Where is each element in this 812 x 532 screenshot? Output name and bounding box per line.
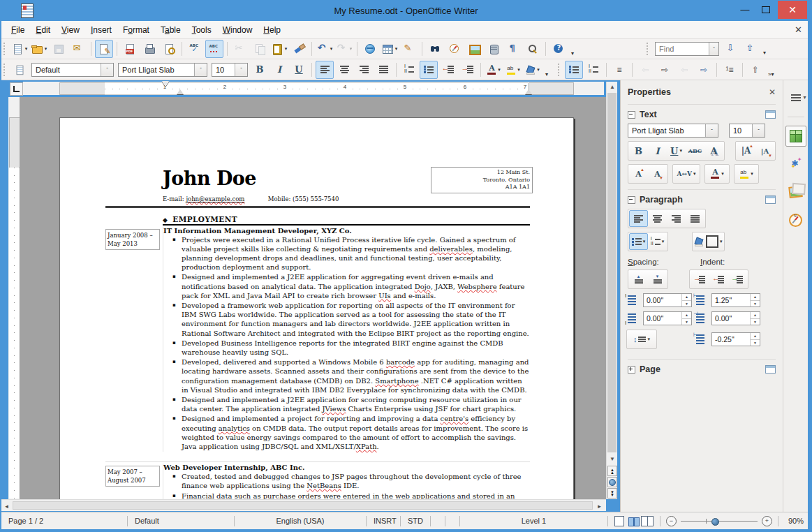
job-bullet[interactable]: Projects were executed in a Rational Uni… [163, 235, 530, 272]
sidebar-strikethrough-button[interactable]: ABC [686, 142, 704, 159]
style-dropdown-icon[interactable]: ˇ [101, 64, 113, 76]
job-title[interactable]: IT Information Management Developer, XYZ… [163, 227, 530, 235]
decrease-font-button[interactable]: |A▼ [755, 142, 774, 159]
properties-close-icon[interactable]: ✕ [769, 87, 776, 97]
sidebar-font-color-button[interactable]: ▾ [706, 165, 728, 182]
justify-button[interactable] [374, 61, 392, 79]
italic-button[interactable]: I [270, 61, 288, 79]
ruler-origin-button[interactable] [10, 82, 23, 96]
zoom-slider[interactable] [681, 517, 758, 526]
insert-unnumbered-entry-button[interactable]: ¹≡ [721, 61, 739, 79]
multi-page-view-button[interactable] [628, 517, 637, 526]
numbered-list-button[interactable] [400, 61, 418, 79]
data-sources-button[interactable] [485, 40, 503, 58]
zoom-out-button[interactable]: − [666, 516, 677, 526]
cut-button[interactable] [231, 40, 249, 58]
decrease-indent-button[interactable] [439, 61, 457, 79]
export-pdf-button[interactable] [121, 40, 139, 58]
hyperlink-button[interactable] [361, 40, 379, 58]
move-up-button[interactable]: ⇧ [746, 61, 765, 79]
auto-spellcheck-button[interactable] [205, 40, 223, 58]
find-dropdown-icon[interactable]: ˇ [709, 43, 718, 55]
page-dialog-launcher-icon[interactable] [765, 365, 776, 374]
formatting-toolbar-grip[interactable] [3, 64, 7, 76]
scroll-right-icon[interactable]: ▸ [594, 501, 605, 511]
vertical-scrollbar[interactable]: ▲ ▼ ▲▲ ▼▼ [606, 82, 617, 499]
insert-mode-status[interactable]: INSRT [367, 512, 400, 529]
job-dates[interactable]: May 2007 – August 2007 [105, 464, 163, 499]
sidebar-font-size-combobox[interactable]: 10 ˇ [729, 124, 765, 138]
zoom-button[interactable] [524, 40, 542, 58]
bullets-toolbar-grip[interactable] [558, 64, 561, 76]
job-bullet[interactable]: Developed a framework web application fo… [163, 301, 530, 338]
page-style-status[interactable]: Default [128, 512, 234, 529]
character-spacing-button[interactable]: A↔V▾ [674, 165, 699, 182]
resume-address[interactable]: 12 Main St. Toronto, Ontario A1A 1A1 [431, 167, 533, 193]
demote-level-button[interactable]: ⇨ [656, 61, 674, 79]
new-document-dropdown-icon[interactable]: ▾ [25, 46, 28, 52]
formatting-marks-button[interactable] [504, 40, 522, 58]
collapse-icon[interactable] [628, 111, 635, 119]
sidebar-justify-button[interactable] [686, 210, 704, 227]
increase-indent-button[interactable] [459, 61, 477, 79]
sidebar-align-left-button[interactable] [629, 210, 648, 227]
close-document-icon[interactable]: ✕ [795, 24, 802, 35]
toolbar-grip[interactable] [3, 43, 7, 55]
navigator-button[interactable] [445, 40, 464, 58]
subscript-button[interactable]: A▼ [648, 165, 667, 182]
page-number-status[interactable]: Page 1 / 2 [1, 512, 127, 529]
bullet-list-button[interactable] [565, 61, 583, 79]
navigation-button[interactable] [607, 477, 617, 487]
sidebar-font-dropdown-icon[interactable]: ˇ [705, 124, 718, 137]
resume-contact[interactable]: E-mail: john@example.com Mobile: (555) 5… [163, 195, 530, 205]
switch-indent-button[interactable] [728, 271, 747, 288]
right-indent-marker[interactable] [525, 89, 532, 94]
find-previous-button[interactable] [741, 40, 760, 58]
horizontal-scroll-thumb[interactable] [13, 501, 593, 510]
document-page[interactable]: John Doe 12 Main St. Toronto, Ontario A1… [59, 117, 574, 499]
increase-spacing-button[interactable]: ▲ [629, 271, 648, 288]
open-button[interactable]: ▾ [30, 40, 48, 58]
gallery-button[interactable] [465, 40, 483, 58]
font-color-button[interactable]: ▾ [485, 61, 503, 79]
promote-sublevels-button[interactable]: ⇦ [675, 61, 693, 79]
horizontal-ruler[interactable]: 1234567 [23, 82, 604, 95]
vertical-scroll-thumb[interactable] [607, 93, 617, 452]
font-size-dropdown-icon[interactable]: ˇ [235, 64, 247, 76]
menu-file[interactable]: File [6, 25, 30, 35]
left-indent-marker[interactable] [177, 89, 184, 94]
open-dropdown-icon[interactable]: ▾ [45, 46, 47, 52]
find-combobox[interactable]: ˇ [655, 42, 719, 56]
email-link[interactable]: john@example.com [186, 195, 244, 202]
superscript-button[interactable]: A▲ [629, 165, 648, 182]
clone-formatting-button[interactable] [290, 40, 308, 58]
line-spacing-button[interactable]: ↕▾ [633, 331, 651, 348]
after-indent-field[interactable]: 0.00" ▲▼ [711, 311, 760, 325]
table-button[interactable]: ▾ [381, 40, 399, 58]
align-center-button[interactable] [335, 61, 353, 79]
minimize-button[interactable]: — [735, 0, 755, 19]
page-section-header[interactable]: Page [628, 359, 776, 374]
bullet-list-button[interactable] [420, 61, 438, 79]
undo-dropdown-icon[interactable]: ▾ [330, 46, 333, 52]
background-color-button[interactable]: ▾ [524, 61, 542, 79]
paste-dropdown-icon[interactable]: ▾ [285, 46, 288, 52]
scroll-up-icon[interactable]: ▲ [607, 82, 618, 92]
font-size-combobox[interactable]: 10 ˇ [212, 63, 248, 77]
styles-and-formatting-button[interactable] [10, 61, 29, 79]
page-preview-button[interactable] [160, 40, 178, 58]
numbered-list-button[interactable] [584, 61, 603, 79]
scroll-down-icon[interactable]: ▼ [607, 454, 618, 464]
below-spacing-field[interactable]: 0.00" ▲▼ [643, 311, 692, 325]
paragraph-section-header[interactable]: Paragraph [628, 189, 776, 205]
menu-window[interactable]: Window [217, 25, 258, 35]
zoom-percentage[interactable]: 90% [778, 512, 811, 529]
find-toolbar-overflow-icon[interactable]: ▾ [763, 50, 766, 58]
sidebar-underline-button[interactable]: U▾ [667, 142, 686, 159]
tab-gallery[interactable] [785, 182, 806, 202]
document-modified-status[interactable] [431, 512, 445, 529]
redo-dropdown-icon[interactable]: ▾ [350, 46, 353, 52]
sidebar-align-center-button[interactable] [648, 210, 667, 227]
text-dialog-launcher-icon[interactable] [765, 110, 776, 119]
zoom-in-button[interactable]: + [762, 516, 772, 526]
